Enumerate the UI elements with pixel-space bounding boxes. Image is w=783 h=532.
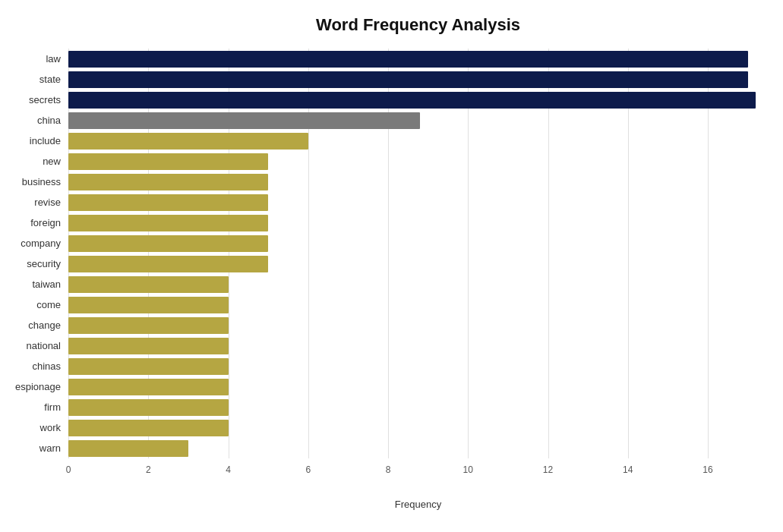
bar-wrapper: [68, 133, 768, 150]
chart-container: Word Frequency Analysis lawstatesecretsc…: [0, 0, 783, 532]
x-axis: Frequency 0246810121416: [68, 458, 768, 489]
bar-wrapper: [68, 256, 768, 272]
bar-label: foreign: [0, 217, 68, 228]
bar-label: china: [0, 115, 68, 126]
bar-row: foreign: [68, 212, 768, 233]
bar-label: work: [0, 422, 68, 433]
bar-row: espionage: [68, 376, 768, 397]
x-tick-label: 4: [226, 464, 231, 475]
bars-container: lawstatesecretschinaincludenewbusinessre…: [68, 49, 768, 458]
x-tick-label: 10: [463, 464, 473, 475]
bar: [68, 399, 229, 416]
x-tick-label: 16: [702, 464, 712, 475]
bar: [68, 440, 188, 457]
x-axis-label: Frequency: [395, 499, 441, 510]
bar-row: change: [68, 315, 768, 335]
bar-row: company: [68, 233, 768, 253]
bar-row: come: [68, 294, 768, 315]
bar-wrapper: [68, 112, 768, 129]
chart-area: lawstatesecretschinaincludenewbusinessre…: [68, 49, 768, 489]
bar-wrapper: [68, 92, 768, 109]
x-tick-label: 12: [543, 464, 553, 475]
bar-label: come: [0, 299, 68, 310]
bar-row: revise: [68, 192, 768, 212]
bar-wrapper: [68, 317, 768, 334]
x-tick-label: 14: [623, 464, 633, 475]
bar-row: work: [68, 417, 768, 438]
bar-label: business: [0, 176, 68, 187]
bar-label: secrets: [0, 94, 68, 105]
bar-wrapper: [68, 420, 768, 436]
bar-wrapper: [68, 235, 768, 252]
bar-wrapper: [68, 215, 768, 231]
bar-label: firm: [0, 401, 68, 413]
bar: [68, 133, 308, 150]
bar-label: espionage: [0, 381, 68, 392]
bar-label: chinas: [0, 360, 68, 372]
bar-wrapper: [68, 379, 768, 395]
bar: [68, 153, 268, 170]
x-tick-label: 6: [305, 464, 311, 475]
bar-wrapper: [68, 153, 768, 170]
bar: [68, 379, 229, 395]
bar: [68, 92, 756, 109]
bar-label: warn: [0, 442, 68, 454]
bar: [68, 51, 748, 68]
bar-wrapper: [68, 297, 768, 313]
bar-wrapper: [68, 338, 768, 354]
bar-label: company: [0, 238, 68, 249]
bar-label: revise: [0, 197, 68, 208]
bar-row: law: [68, 49, 768, 69]
bar-wrapper: [68, 399, 768, 416]
bar-label: security: [0, 258, 68, 269]
bar: [68, 358, 229, 375]
bar: [68, 174, 268, 190]
bar-row: new: [68, 151, 768, 172]
bar-label: law: [0, 53, 68, 65]
bar-row: security: [68, 253, 768, 274]
bar: [68, 276, 229, 293]
bar-wrapper: [68, 440, 768, 457]
bar-row: national: [68, 335, 768, 356]
bar-row: taiwan: [68, 274, 768, 294]
bar-wrapper: [68, 194, 768, 211]
bar-row: secrets: [68, 90, 768, 110]
bar-label: taiwan: [0, 279, 68, 290]
bar: [68, 420, 229, 436]
bar-row: warn: [68, 438, 768, 458]
chart-title: Word Frequency Analysis: [68, 15, 768, 35]
x-tick-label: 2: [146, 464, 151, 475]
bar: [68, 297, 229, 313]
bar-label: new: [0, 156, 68, 167]
bar-label: state: [0, 74, 68, 85]
bar-row: include: [68, 131, 768, 151]
bar: [68, 317, 229, 334]
bar-wrapper: [68, 276, 768, 293]
bar-label: national: [0, 340, 68, 351]
bar-row: chinas: [68, 356, 768, 376]
bar-row: state: [68, 69, 768, 90]
bar-wrapper: [68, 71, 768, 88]
bar: [68, 71, 748, 88]
bar-row: business: [68, 172, 768, 192]
bar-wrapper: [68, 358, 768, 375]
x-tick-label: 0: [66, 464, 71, 475]
x-tick-label: 8: [386, 464, 391, 475]
bar: [68, 215, 268, 231]
bar: [68, 256, 268, 272]
bar-label: change: [0, 320, 68, 331]
bar-row: firm: [68, 397, 768, 417]
bar-row: china: [68, 110, 768, 131]
bar-label: include: [0, 135, 68, 146]
bar: [68, 235, 268, 252]
bar: [68, 338, 229, 354]
bar: [68, 112, 420, 129]
bar-wrapper: [68, 51, 768, 68]
bar: [68, 194, 268, 211]
bar-wrapper: [68, 174, 768, 190]
